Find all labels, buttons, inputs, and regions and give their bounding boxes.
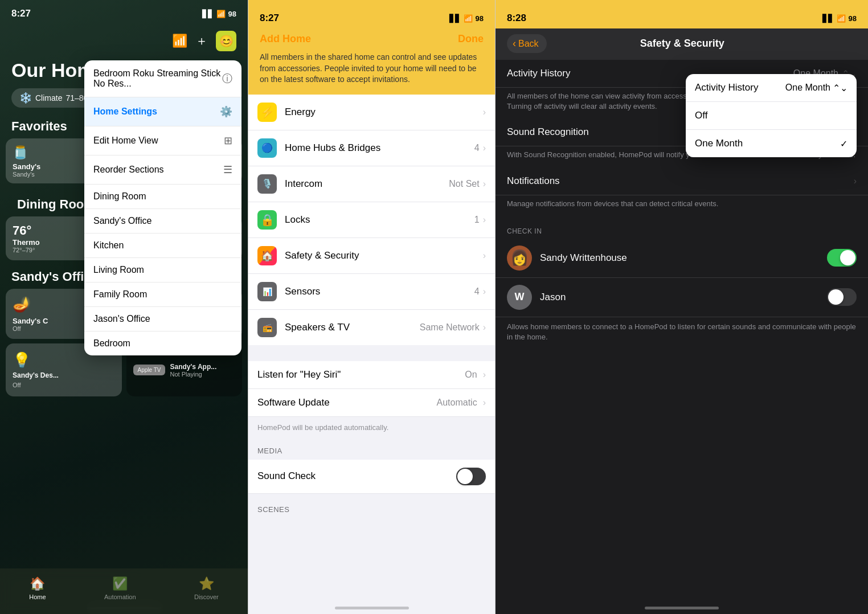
scenes-section-header: SCENES — [248, 494, 495, 518]
dropdown-item-reorder[interactable]: Reorder Sections ☰ — [84, 155, 241, 185]
smiley-icon[interactable]: 😊 — [216, 31, 236, 51]
dropdown-room-bedroom[interactable]: Bedroom — [84, 331, 241, 355]
panel2-list: ⚡ Energy › 🔵 Home Hubs & Bridges 4 › 🎙️ … — [248, 95, 495, 345]
roku-info-icon: ⓘ — [222, 72, 232, 85]
media-section-header: MEDIA — [248, 435, 495, 460]
speakers-badge: Same Network — [420, 322, 480, 333]
dropdown-item-edit-home[interactable]: Edit Home View ⊞ — [84, 126, 241, 155]
panel1-time: 8:27 — [11, 8, 31, 19]
hey-siri-label: Listen for "Hey Siri" — [257, 369, 341, 380]
notifications-desc: Manage notifications from devices that c… — [496, 195, 868, 216]
add-icon[interactable]: ＋ — [195, 32, 208, 50]
sandy-toggle[interactable] — [827, 249, 857, 267]
software-hint: HomePod will be updated automatically. — [248, 417, 495, 435]
dropdown-room-jasons-office[interactable]: Jason's Office — [84, 307, 241, 331]
appletv-sub: Not Playing — [170, 371, 216, 378]
panel1-status-icons: ▋▋ 📶 98 — [202, 10, 236, 18]
panel3-time: 8:28 — [507, 13, 526, 24]
list-item-software[interactable]: Software Update Automatic › — [248, 389, 495, 417]
waveform-icon[interactable]: 📶 — [172, 34, 187, 48]
locks-text: Locks — [285, 214, 474, 226]
sensors-text: Sensors — [285, 286, 474, 297]
tab-home[interactable]: 🏠 Home — [29, 576, 46, 600]
dropdown-item-home-settings[interactable]: Home Settings ⚙️ — [84, 97, 241, 126]
dropdown-header-arrows: ⌃⌄ — [833, 83, 847, 93]
dropdown-option-one-month[interactable]: One Month ✓ — [686, 130, 857, 157]
home-settings-label: Home Settings — [93, 107, 157, 117]
panel3-status-bar: 8:28 ▋▋ 📶 98 — [496, 0, 868, 28]
check-in-footer-desc: Allows home members to connect to a Home… — [496, 317, 868, 351]
signal-icon: ▋▋ — [202, 10, 214, 18]
sound-check-label: Sound Check — [257, 470, 316, 482]
edit-home-label: Edit Home View — [93, 136, 158, 146]
dropdown-room-dining[interactable]: Dining Room — [84, 185, 241, 209]
battery-text: 98 — [228, 10, 236, 18]
dropdown-item-roku[interactable]: Bedroom Roku Streaming Stick No Res... ⓘ — [84, 60, 241, 97]
appletv-title: Sandy's App... — [170, 363, 216, 371]
software-value: Automatic — [437, 398, 477, 408]
panel2-info-text: All members in the shared home can contr… — [248, 52, 495, 95]
hubs-badge: 4 — [474, 143, 480, 153]
panel2-add-home: 8:27 ▋▋ 📶 98 Add Home Done All members i… — [248, 0, 496, 614]
intercom-text: Intercom — [285, 178, 449, 190]
list-item-hubs[interactable]: 🔵 Home Hubs & Bridges 4 › — [248, 130, 495, 166]
safety-chevron-icon: › — [483, 251, 486, 261]
climate-label: Climate — [35, 93, 62, 103]
list-item-intercom[interactable]: 🎙️ Intercom Not Set › — [248, 166, 495, 202]
panel2-status-icons: ▋▋ 📶 98 — [449, 14, 484, 23]
sensors-badge: 4 — [474, 286, 480, 297]
roku-label: Bedroom Roku Streaming Stick No Res... — [93, 68, 222, 89]
notifications-row[interactable]: Notifications › — [496, 167, 868, 195]
panel3-safety-security: 8:28 ▋▋ 📶 98 ‹ Back Safety & Security Ac… — [496, 0, 868, 614]
back-button[interactable]: ‹ Back — [507, 34, 547, 53]
list-item-sound-check[interactable]: Sound Check — [248, 460, 495, 494]
tab-automation[interactable]: ✅ Automation — [104, 576, 136, 600]
intercom-badge: Not Set — [449, 179, 479, 189]
hey-siri-chevron: › — [483, 370, 486, 380]
desk-lamp-sub: Off — [13, 382, 115, 388]
hubs-chevron-icon: › — [483, 143, 486, 153]
sound-check-toggle-knob — [457, 469, 473, 484]
panel2-battery: 98 — [476, 14, 484, 23]
dropdown-room-sandys-office[interactable]: Sandy's Office — [84, 209, 241, 234]
jason-avatar: W — [507, 285, 532, 310]
dropdown-room-kitchen[interactable]: Kitchen — [84, 234, 241, 258]
option-one-month-check: ✓ — [840, 138, 847, 149]
back-chevron-icon: ‹ — [513, 38, 516, 50]
list-item-energy[interactable]: ⚡ Energy › — [248, 95, 495, 130]
list-item-locks[interactable]: 🔒 Locks 1 › — [248, 202, 495, 238]
panel2-wifi-icon: 📶 — [464, 14, 473, 23]
panel2-nav: Add Home Done — [248, 28, 495, 52]
option-one-month-label: One Month — [695, 138, 743, 149]
energy-text: Energy — [285, 107, 483, 118]
hey-siri-value: On — [465, 370, 477, 380]
jason-toggle[interactable] — [827, 288, 857, 306]
dropdown-room-living[interactable]: Living Room — [84, 258, 241, 283]
sensors-chevron-icon: › — [483, 286, 486, 297]
dropdown-room-family[interactable]: Family Room — [84, 283, 241, 307]
panel3-signal-icon: ▋▋ — [822, 14, 834, 23]
list-item-safety[interactable]: 🏠 Safety & Security › — [248, 238, 495, 274]
list-item-sensors[interactable]: 📊 Sensors 4 › — [248, 274, 495, 310]
notifications-chevron-icon: › — [854, 176, 857, 186]
panel2-time: 8:27 — [260, 13, 279, 24]
jason-name: Jason — [540, 292, 827, 303]
dropdown-option-off[interactable]: Off — [686, 102, 857, 130]
sensors-icon: 📊 — [257, 282, 277, 301]
settings-gear-icon: ⚙️ — [220, 105, 232, 118]
panel1-home: 8:27 ▋▋ 📶 98 📶 ＋ 😊 Our Hom ❄️ Climate 71… — [0, 0, 248, 614]
apple-tv-icon: Apple TV — [133, 365, 166, 375]
tab-discover[interactable]: ⭐ Discover — [194, 576, 219, 600]
done-button[interactable]: Done — [458, 33, 484, 45]
panel3-home-indicator — [645, 607, 719, 609]
panel1-status-bar: 8:27 ▋▋ 📶 98 — [0, 0, 248, 19]
automation-tab-icon: ✅ — [112, 576, 128, 591]
discover-tab-label: Discover — [194, 593, 219, 600]
notifications-label: Notifications — [507, 175, 560, 187]
list-item-hey-siri[interactable]: Listen for "Hey Siri" On › — [248, 361, 495, 389]
sound-check-toggle[interactable] — [456, 468, 486, 485]
edit-home-icon: ⊞ — [224, 134, 232, 147]
hubs-icon: 🔵 — [257, 138, 277, 158]
list-item-speakers[interactable]: 📻 Speakers & TV Same Network › — [248, 310, 495, 345]
automation-tab-label: Automation — [104, 593, 136, 600]
